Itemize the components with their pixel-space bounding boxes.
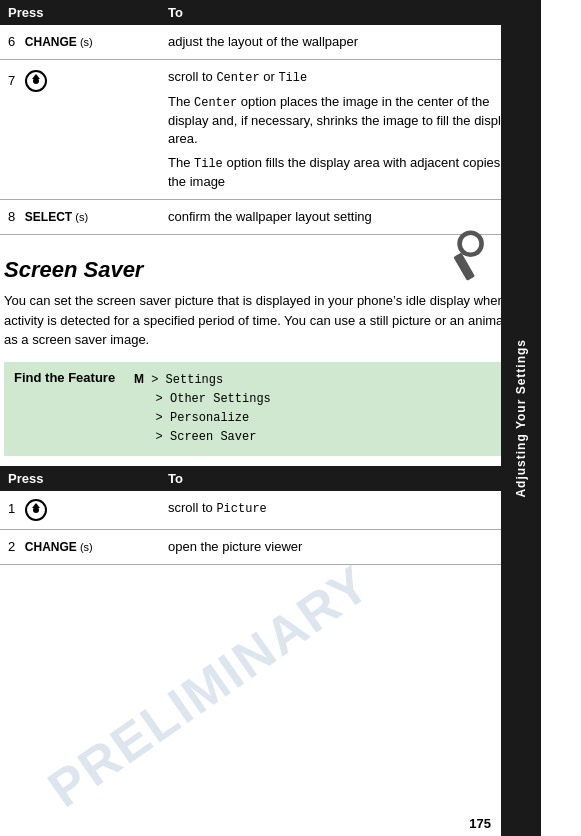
- svg-point-1: [460, 233, 482, 255]
- to-text: adjust the layout of the wallpaper: [168, 34, 358, 49]
- menu-item-4: > Screen Saver: [134, 428, 271, 447]
- button-paren: (s): [77, 36, 93, 48]
- to-cell: adjust the layout of the wallpaper: [160, 25, 541, 60]
- top-instruction-table: Press To 6 CHANGE (s) adjust the layout …: [0, 0, 541, 235]
- change-button-label: CHANGE: [25, 35, 77, 49]
- button-paren: (s): [72, 211, 88, 223]
- press-cell: 8 SELECT (s): [0, 200, 160, 235]
- find-feature-label: Find the Feature: [14, 370, 124, 385]
- press-header: Press: [0, 0, 160, 25]
- find-feature-menu: M > Settings > Other Settings > Personal…: [134, 370, 271, 448]
- nav-icon: [25, 70, 47, 92]
- press-header-2: Press: [0, 466, 160, 491]
- table-row: 7 scroll to Center or Tile The Center op…: [0, 60, 541, 200]
- row-number: 1: [8, 501, 15, 516]
- select-button-label: SELECT: [25, 210, 72, 224]
- press-cell: 2 CHANGE (s): [0, 529, 160, 564]
- row-number: 8: [8, 209, 15, 224]
- to-text: open the picture viewer: [168, 539, 302, 554]
- wrench-icon: [441, 230, 491, 285]
- sidebar: Adjusting Your Settings: [501, 0, 541, 836]
- to-cell: scroll to Picture: [160, 491, 541, 530]
- watermark: PRELIMINARY: [37, 553, 381, 819]
- row-number: 7: [8, 73, 15, 88]
- bottom-instruction-table: Press To 1 scroll to Picture 2 CHANGE (s…: [0, 466, 541, 565]
- table-row: 2 CHANGE (s) open the picture viewer: [0, 529, 541, 564]
- page-number: 175: [469, 816, 491, 831]
- to-cell: open the picture viewer: [160, 529, 541, 564]
- row-number: 2: [8, 539, 15, 554]
- center-code: Center: [216, 71, 259, 85]
- table-row: 1 scroll to Picture: [0, 491, 541, 530]
- scroll-text: scroll to Center or Tile: [168, 68, 533, 87]
- sidebar-text: Adjusting Your Settings: [514, 339, 528, 498]
- press-cell: 7: [0, 60, 160, 200]
- press-cell: 6 CHANGE (s): [0, 25, 160, 60]
- table-row: 6 CHANGE (s) adjust the layout of the wa…: [0, 25, 541, 60]
- picture-code: Picture: [216, 502, 266, 516]
- tile-description: The Tile option fills the display area w…: [168, 154, 533, 191]
- tile-code: Tile: [278, 71, 307, 85]
- to-header-2: To: [160, 466, 541, 491]
- menu-item-2: > Other Settings: [134, 390, 271, 409]
- row-number: 6: [8, 34, 15, 49]
- wrench-icon-area: [441, 230, 491, 288]
- to-header: To: [160, 0, 541, 25]
- press-cell: 1: [0, 491, 160, 530]
- svg-rect-2: [465, 237, 476, 242]
- nav-icon: [25, 499, 47, 521]
- menu-item-1: M > Settings: [134, 370, 271, 390]
- to-text: confirm the wallpaper layout setting: [168, 209, 372, 224]
- find-feature-box: Find the Feature M > Settings > Other Se…: [4, 362, 533, 456]
- to-cell: scroll to Center or Tile The Center opti…: [160, 60, 541, 200]
- section-body: You can set the screen saver picture tha…: [4, 291, 533, 350]
- change-button-label-2: CHANGE: [25, 540, 77, 554]
- button-paren: (s): [77, 541, 93, 553]
- center-description: The Center option places the image in th…: [168, 93, 533, 148]
- menu-item-3: > Personalize: [134, 409, 271, 428]
